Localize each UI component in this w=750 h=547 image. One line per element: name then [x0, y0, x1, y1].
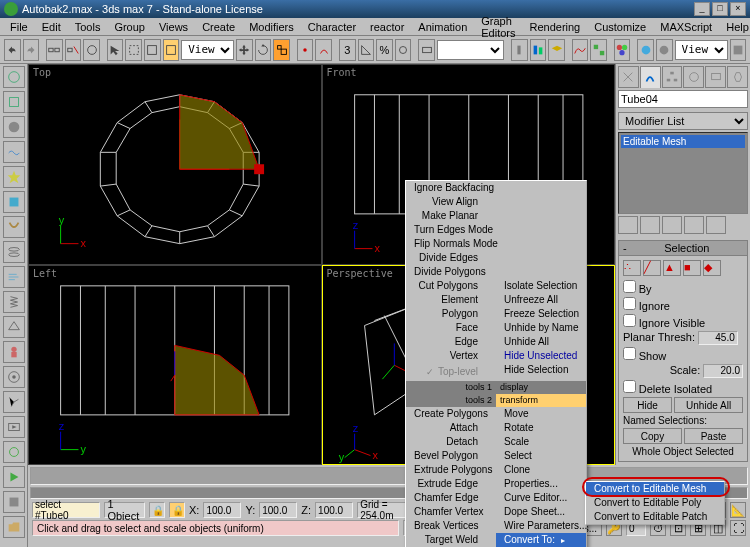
- menu-modifiers[interactable]: Modifiers: [243, 20, 300, 34]
- named-sel-dropdown[interactable]: [437, 40, 504, 60]
- rollout-selection-header[interactable]: -Selection: [618, 240, 748, 256]
- select-button[interactable]: [107, 39, 124, 61]
- sel-lock-button[interactable]: 🔒: [169, 502, 185, 518]
- spinner-snap-button[interactable]: [395, 39, 412, 61]
- ctx-cut-polys[interactable]: Cut Polygons: [406, 279, 496, 293]
- stack-item[interactable]: Editable Mesh: [621, 135, 745, 148]
- ctx-chamfer-edge[interactable]: Chamfer Edge: [406, 491, 496, 505]
- ctx-attach[interactable]: Attach: [406, 421, 496, 435]
- menu-tools[interactable]: Tools: [69, 20, 107, 34]
- reactor-cloth-button[interactable]: [3, 191, 25, 213]
- render-last-button[interactable]: [730, 39, 747, 61]
- copy-button[interactable]: Copy: [623, 428, 682, 444]
- center-pivot-button[interactable]: [297, 39, 314, 61]
- ctx-view-align[interactable]: View Align: [406, 195, 496, 209]
- script-listener[interactable]: select #Tube0: [32, 502, 100, 518]
- reactor-star-button[interactable]: [3, 166, 25, 188]
- ctx-create-polys[interactable]: Create Polygons: [406, 407, 496, 421]
- menu-grapheditors[interactable]: Graph Editors: [475, 14, 521, 40]
- select-region-button[interactable]: [125, 39, 142, 61]
- hide-button[interactable]: Hide: [623, 397, 672, 413]
- ctx-unfreeze[interactable]: Unfreeze All: [496, 293, 586, 307]
- undo-button[interactable]: [4, 39, 21, 61]
- redo-button[interactable]: [23, 39, 40, 61]
- reactor-fracture-button[interactable]: [3, 391, 25, 413]
- viewport-left[interactable]: Left yz: [28, 265, 322, 466]
- menu-rendering[interactable]: Rendering: [523, 20, 586, 34]
- menu-maxscript[interactable]: MAXScript: [654, 20, 718, 34]
- ctx-divide-edges[interactable]: Divide Edges: [406, 251, 496, 265]
- move-button[interactable]: [236, 39, 253, 61]
- ctx-extrude-edge[interactable]: Extrude Edge: [406, 477, 496, 491]
- sub-editable-mesh[interactable]: Convert to Editable Mesh: [586, 482, 724, 496]
- remove-mod-button[interactable]: [684, 216, 704, 234]
- ctx-polygon[interactable]: Polygon: [406, 307, 496, 321]
- reactor-preview-button[interactable]: [3, 416, 25, 438]
- ctx-unhide-all[interactable]: Unhide All: [496, 335, 586, 349]
- scale-button[interactable]: [273, 39, 290, 61]
- menu-edit[interactable]: Edit: [36, 20, 67, 34]
- show-result-button[interactable]: [640, 216, 660, 234]
- menu-create[interactable]: Create: [196, 20, 241, 34]
- menu-help[interactable]: Help: [720, 20, 750, 34]
- unlink-button[interactable]: [65, 39, 82, 61]
- tab-utilities[interactable]: [727, 66, 748, 88]
- sel-face-button[interactable]: ▲: [663, 260, 681, 276]
- reactor-create-button[interactable]: [3, 66, 25, 88]
- percent-snap-button[interactable]: %: [376, 39, 393, 61]
- ctx-target-weld[interactable]: Target Weld: [406, 533, 496, 547]
- delete-iso-checkbox[interactable]: Delete Isolated: [623, 380, 743, 395]
- ctx-properties[interactable]: Properties...: [496, 477, 586, 491]
- scale-spinner[interactable]: 20.0: [703, 364, 743, 378]
- x-input[interactable]: 100.0: [203, 502, 241, 518]
- ctx-divide-polys[interactable]: Divide Polygons: [406, 265, 496, 279]
- reactor-util-button[interactable]: [3, 491, 25, 513]
- tab-modify[interactable]: [640, 66, 661, 88]
- ctx-hide-unsel[interactable]: Hide Unselected: [496, 349, 586, 363]
- bind-button[interactable]: [83, 39, 100, 61]
- ref-coord-dropdown[interactable]: View: [181, 40, 234, 60]
- ignore-checkbox[interactable]: Ignore: [623, 297, 743, 312]
- y-input[interactable]: 100.0: [259, 502, 297, 518]
- lock-button[interactable]: 🔒: [149, 502, 165, 518]
- ctx-dope-sheet[interactable]: Dope Sheet...: [496, 505, 586, 519]
- close-button[interactable]: ×: [730, 2, 746, 16]
- reactor-plane-button[interactable]: [3, 316, 25, 338]
- reactor-db-button[interactable]: [3, 241, 25, 263]
- ctx-scale[interactable]: Scale: [496, 435, 586, 449]
- schematic-button[interactable]: [590, 39, 607, 61]
- ctx-hide-sel[interactable]: Hide Selection: [496, 363, 586, 377]
- tab-hierarchy[interactable]: [662, 66, 683, 88]
- ctx-select[interactable]: Select: [496, 449, 586, 463]
- ctx-extrude-poly[interactable]: Extrude Polygons: [406, 463, 496, 477]
- reactor-toy-button[interactable]: [3, 341, 25, 363]
- reactor-box-button[interactable]: [3, 91, 25, 113]
- object-name-input[interactable]: [618, 90, 748, 108]
- ctx-turn-edges[interactable]: Turn Edges Mode: [406, 223, 496, 237]
- sel-poly-button[interactable]: ■: [683, 260, 701, 276]
- tab-display[interactable]: [705, 66, 726, 88]
- menu-reactor[interactable]: reactor: [364, 20, 410, 34]
- ctx-freeze[interactable]: Freeze Selection: [496, 307, 586, 321]
- ctx-make-planar[interactable]: Make Planar: [406, 209, 496, 223]
- reactor-motor-button[interactable]: [3, 366, 25, 388]
- ctx-bevel[interactable]: Bevel Polygon: [406, 449, 496, 463]
- by-checkbox[interactable]: By: [623, 280, 743, 295]
- ctx-curve-editor[interactable]: Curve Editor...: [496, 491, 586, 505]
- config-button[interactable]: [706, 216, 726, 234]
- sel-vertex-button[interactable]: ∴: [623, 260, 641, 276]
- menu-animation[interactable]: Animation: [412, 20, 473, 34]
- link-button[interactable]: [46, 39, 63, 61]
- ignore-vis-checkbox[interactable]: Ignore Visible: [623, 314, 743, 329]
- tab-motion[interactable]: [683, 66, 704, 88]
- menu-group[interactable]: Group: [108, 20, 151, 34]
- unique-button[interactable]: [662, 216, 682, 234]
- reactor-open-button[interactable]: [3, 516, 25, 538]
- ctx-clone[interactable]: Clone: [496, 463, 586, 477]
- ctx-detach[interactable]: Detach: [406, 435, 496, 449]
- tab-create[interactable]: [618, 66, 639, 88]
- menu-customize[interactable]: Customize: [588, 20, 652, 34]
- rotate-button[interactable]: [255, 39, 272, 61]
- layers-button[interactable]: [548, 39, 565, 61]
- modifier-list-dropdown[interactable]: Modifier List: [618, 112, 748, 130]
